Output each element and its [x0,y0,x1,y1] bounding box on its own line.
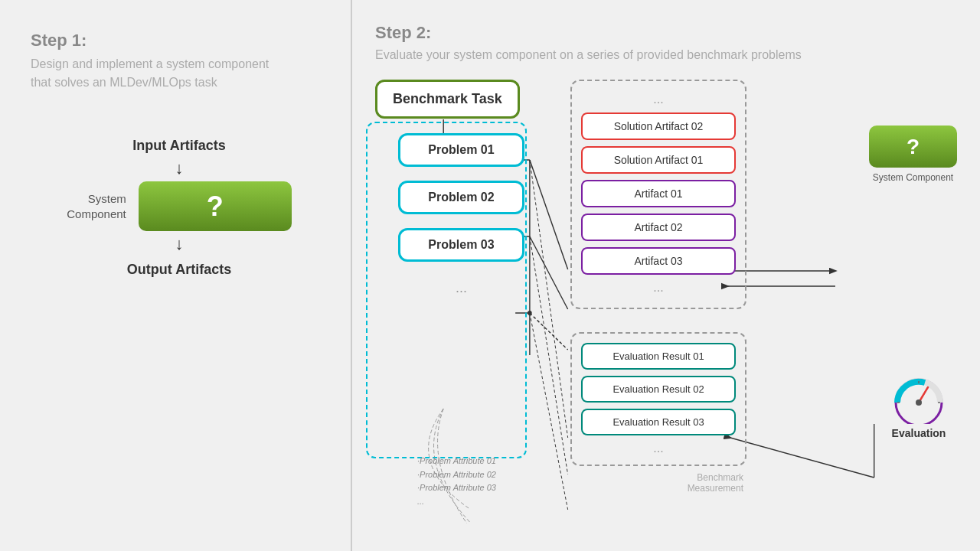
artifact-03-box: Artifact 03 [581,247,736,275]
system-component-box: ? [139,181,292,231]
problem-03-label: Problem 03 [428,238,494,251]
problem-01-label: Problem 01 [428,143,494,156]
problem-01-box: Problem 01 [398,133,524,167]
input-artifacts-label: Input Artifacts [132,138,225,154]
problem-attr-dots: ... [417,495,496,509]
svg-line-9 [530,236,568,474]
system-component-box-right: ? [869,126,957,168]
eval-icon-area: Evaluation [888,370,949,439]
svg-line-6 [530,236,568,309]
problem-attr-01: ·Problem Attribute 01 [417,455,496,468]
eval-result-02-label: Evaluation Result 02 [612,383,704,395]
problem-03-box: Problem 03 [398,228,524,262]
problems-dots: ... [398,280,524,296]
system-component-right: ? System Component [869,126,957,183]
system-component-label-left: SystemComponent [67,191,126,221]
benchmark-task-box: Benchmark Task [375,80,520,119]
system-component-row: SystemComponent ? [67,181,292,231]
eval-results-dots: ... [581,442,736,455]
problems-col: Problem 01 Problem 02 Problem 03 ... [398,133,524,296]
arrow-down-2: ↓ [175,236,184,253]
system-component-question-mark: ? [906,135,920,159]
eval-result-03-box: Evaluation Result 03 [581,409,736,435]
artifact-03-label: Artifact 03 [634,255,682,267]
step1-description: Design and implement a system component … [31,55,291,92]
arrow-down-1: ↓ [175,160,184,177]
eval-result-01-label: Evaluation Result 01 [612,350,704,362]
step2-title: Step 2: [375,23,965,43]
step1-label: Step 1: [31,31,87,50]
eval-result-03-label: Evaluation Result 03 [612,416,704,428]
diagram-area: Benchmark Task Problem 01 Problem 02 Pro… [375,80,965,523]
artifact-01-box: Artifact 01 [581,180,736,207]
top-dots: ... [581,93,736,106]
eval-result-02-box: Evaluation Result 02 [581,376,736,403]
evaluation-label: Evaluation [892,427,946,439]
solution-artifact-02-label: Solution Artifact 02 [614,120,704,132]
left-panel: Step 1: Design and implement a system co… [0,0,352,551]
main-container: Step 1: Design and implement a system co… [0,0,980,551]
solution-artifact-01-label: Solution Artifact 01 [614,154,704,166]
svg-line-5 [530,160,568,269]
svg-line-10 [530,313,568,510]
svg-line-14 [730,438,874,478]
benchmark-measurement-label: BenchmarkMeasurement [570,472,746,494]
problem-attr-02: ·Problem Attribute 02 [417,468,496,482]
artifacts-dots-bottom: ... [581,281,736,295]
artifact-02-box: Artifact 02 [581,214,736,241]
step2-label: Step 2: [375,23,431,42]
problem-02-box: Problem 02 [398,181,524,214]
speedometer-icon [888,370,949,424]
artifact-01-label: Artifact 01 [634,187,682,200]
svg-point-18 [916,399,922,406]
eval-result-01-box: Evaluation Result 01 [581,343,736,370]
artifact-02-label: Artifact 02 [634,221,682,233]
svg-line-7 [530,313,568,350]
step1-title: Step 1: [31,31,87,51]
right-panel: Step 2: Evaluate your system component o… [352,0,980,551]
eval-results-area: Evaluation Result 01 Evaluation Result 0… [570,332,746,494]
svg-line-8 [530,160,568,438]
solution-artifact-01-box: Solution Artifact 01 [581,146,736,174]
benchmark-task-label: Benchmark Task [393,91,502,106]
output-artifacts-label: Output Artifacts [127,262,231,278]
problem-02-label: Problem 02 [428,191,494,204]
solution-artifact-02-box: Solution Artifact 02 [581,112,736,140]
svg-point-15 [528,311,532,315]
eval-dashed-box: Evaluation Result 01 Evaluation Result 0… [570,332,746,466]
question-mark-left: ? [207,191,224,223]
system-component-label-right: System Component [873,172,953,183]
artifacts-dashed-box: ... Solution Artifact 02 Solution Artifa… [570,80,746,309]
left-diagram: Input Artifacts ↓ SystemComponent ? ↓ Ou… [31,138,328,278]
step2-description: Evaluate your system component on a seri… [375,46,965,64]
artifacts-area: ... Solution Artifact 02 Solution Artifa… [570,80,746,309]
problem-attr-03: ·Problem Attribute 03 [417,481,496,495]
problem-attributes: ·Problem Attribute 01 ·Problem Attribute… [417,455,496,508]
